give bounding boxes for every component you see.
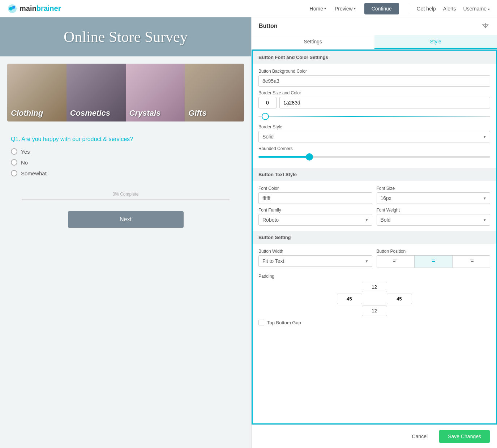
survey-header: Online Store Survey [0,17,251,56]
radio-somewhat[interactable] [11,170,17,176]
next-btn-area: Next [0,204,251,235]
panel-tabs: Settings Style [252,35,497,50]
align-center-icon [430,258,436,264]
font-weight-wrapper: Normal Bold Lighter [377,214,490,226]
bg-color-label: Button Background Color [258,69,490,74]
padding-label: Padding [258,274,490,279]
cancel-button[interactable]: Cancel [405,430,435,443]
font-size-select[interactable]: 12px 14px 16px 18px 20px [377,192,490,204]
pad-left-input[interactable] [337,294,362,304]
image-cell-crystals: Crystals [126,64,185,121]
svg-rect-8 [432,261,435,262]
border-style-wrapper: Solid Dashed Dotted None [258,131,490,142]
save-button[interactable]: Save Changes [439,430,490,443]
btn-position-label: Button Position [377,249,490,254]
next-button[interactable]: Next [68,211,184,228]
chevron-down-icon: ▾ [488,7,490,11]
font-weight-label: Font Weight [377,208,490,213]
nav-alerts[interactable]: Alerts [443,6,456,12]
survey-title: Online Store Survey [7,28,244,46]
color-slider-container [258,113,490,120]
image-cell-clothing: Clothing [7,64,67,121]
button-setting-header: Button Setting [253,231,496,244]
panel-header: Button [252,17,497,35]
pad-bottom-row [362,306,387,316]
question-text: Q1. Are you happy with our product & ser… [11,136,240,142]
svg-rect-5 [393,260,397,260]
rounded-corners-slider [258,156,490,158]
border-style-select[interactable]: Solid Dashed Dotted None [258,131,490,142]
text-style-section-header: Button Text Style [253,168,496,181]
panel-footer: Cancel Save Changes [252,424,497,448]
font-family-wrapper: Roboto Arial Georgia Helvetica [258,214,372,226]
navbar: mainbrainer Home ▾ Preview ▾ Continue Ge… [0,0,497,17]
border-size-input[interactable] [258,97,277,108]
font-size-col: Font Size 12px 14px 16px 18px 20px [377,186,490,204]
option-yes-label: Yes [21,149,30,155]
nav-home[interactable]: Home ▾ [310,6,326,12]
text-style-section: Button Text Style Font Color Font Size 1… [253,168,496,231]
svg-rect-6 [393,261,395,262]
font-family-select[interactable]: Roboto Arial Georgia Helvetica [258,214,372,226]
btn-position-left[interactable] [377,256,415,268]
border-color-input[interactable] [279,97,490,108]
option-somewhat[interactable]: Somewhat [11,170,240,176]
pad-top-row [362,282,387,292]
font-color-section: Button Font and Color Settings Button Ba… [253,51,496,168]
progress-area: 0% Complete [0,188,251,204]
option-somewhat-label: Somewhat [21,170,47,176]
survey-area: Online Store Survey Clothing Cosmetics C… [0,17,251,448]
btn-width-select[interactable]: Fit to Text Full Width Custom [258,255,372,267]
question-area: Q1. Are you happy with our product & ser… [0,129,251,188]
tab-style[interactable]: Style [374,35,497,49]
bg-color-input[interactable] [258,75,490,87]
top-bottom-gap-checkbox[interactable] [258,320,264,325]
btn-position-right[interactable] [453,256,490,268]
progress-text: 0% Complete [11,192,240,197]
nav-preview[interactable]: Preview ▾ [335,6,356,12]
btn-width-wrapper: Fit to Text Full Width Custom [258,255,372,267]
panel-content: Button Font and Color Settings Button Ba… [252,50,497,424]
radio-no[interactable] [11,159,17,166]
svg-rect-9 [470,260,474,260]
option-no[interactable]: No [11,159,240,166]
chevron-down-icon: ▾ [354,7,356,10]
font-color-label: Font Color [258,186,372,191]
font-family-weight-row: Font Family Roboto Arial Georgia Helveti… [258,208,490,226]
chevron-down-icon: ▾ [324,7,326,10]
btn-position-center[interactable] [415,256,453,268]
tab-settings[interactable]: Settings [252,35,374,49]
pad-right-input[interactable] [387,294,412,304]
font-size-label: Font Size [377,186,490,191]
pad-bottom-input[interactable] [362,306,387,316]
font-weight-col: Font Weight Normal Bold Lighter [377,208,490,226]
button-setting-body: Button Width Fit to Text Full Width Cust… [253,244,496,330]
color-slider-thumb[interactable] [262,113,269,120]
font-family-col: Font Family Roboto Arial Georgia Helveti… [258,208,372,226]
btn-width-position-row: Button Width Fit to Text Full Width Cust… [258,249,490,268]
font-color-section-header: Button Font and Color Settings [253,51,496,64]
top-bottom-gap-label: Top Bottom Gap [267,320,301,325]
radio-yes[interactable] [11,148,17,155]
gifts-image: Gifts [185,64,244,121]
svg-rect-10 [471,261,474,262]
image-cell-gifts: Gifts [185,64,244,121]
padding-grid [258,282,490,316]
crystals-image: Crystals [126,64,185,121]
nav-help[interactable]: Get help [417,6,436,12]
pad-top-input[interactable] [362,282,387,292]
btn-width-label: Button Width [258,249,372,254]
continue-button[interactable]: Continue [364,3,399,14]
pad-middle-row [337,294,412,304]
rounded-corners-thumb[interactable] [306,153,313,161]
font-color-section-body: Button Background Color Border Size and … [253,64,496,168]
right-panel: Button Settings Style Button Font and Co… [251,17,497,448]
svg-point-1 [9,7,13,10]
align-left-icon [393,258,398,264]
font-weight-select[interactable]: Normal Bold Lighter [377,214,490,226]
nav-right: Get help Alerts Username ▾ [417,6,490,12]
nav-username[interactable]: Username ▾ [463,6,490,12]
font-color-input[interactable] [258,192,372,204]
option-yes[interactable]: Yes [11,148,240,155]
btn-width-col: Button Width Fit to Text Full Width Cust… [258,249,372,268]
